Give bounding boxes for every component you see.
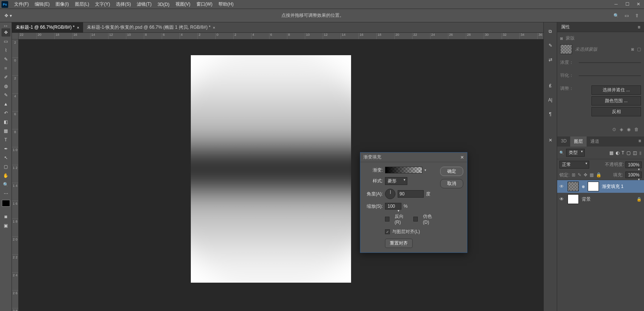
mask-thumbnail[interactable]	[560, 44, 572, 54]
move-tool-indicator[interactable]: ✥ ▾	[4, 12, 13, 20]
document-tab-2[interactable]: 未标题-1-恢复的-恢复的.psd @ 66.7% (椭圆 1 拷贝, RGB/…	[83, 22, 219, 32]
healing-tool[interactable]: ◍	[1, 82, 10, 90]
menu-image[interactable]: 图像(I)	[53, 1, 72, 7]
ok-button[interactable]: 确定	[440, 167, 463, 176]
color-swatch[interactable]	[2, 200, 10, 207]
menu-select[interactable]: 选择(S)	[113, 1, 134, 7]
character-panel-icon[interactable]: ₤	[547, 82, 554, 89]
menu-filter[interactable]: 滤镜(T)	[134, 1, 154, 7]
menu-view[interactable]: 视图(V)	[173, 1, 193, 7]
history-brush-tool[interactable]: ↶	[1, 109, 10, 117]
menu-window[interactable]: 窗口(W)	[193, 1, 215, 7]
zoom-tool[interactable]: 🔍	[1, 180, 10, 189]
ruler-horizontal[interactable]: 2220181614121086420246810121416182022242…	[19, 33, 543, 40]
shape-tool[interactable]: ▢	[1, 163, 10, 171]
lock-move-icon[interactable]: ✥	[584, 172, 587, 178]
filter-type-icon[interactable]: T	[622, 150, 624, 156]
dialog-titlebar[interactable]: 渐变填充 ✕	[360, 153, 467, 162]
tab-channels[interactable]: 通道	[587, 136, 603, 147]
lasso-tool[interactable]: ⌇	[1, 46, 10, 54]
history-panel-icon[interactable]: ⧉	[547, 28, 554, 35]
lock-position-icon[interactable]: ✎	[578, 172, 581, 178]
reset-align-button[interactable]: 重置对齐	[385, 239, 413, 248]
filter-type-dropdown[interactable]: 类型	[566, 149, 585, 157]
share-icon[interactable]: ⇪	[634, 12, 640, 19]
panel-menu-icon[interactable]: ≡	[635, 136, 644, 147]
filter-shape-icon[interactable]: ▢	[626, 150, 631, 156]
move-tool[interactable]: ✥	[1, 28, 10, 37]
reverse-checkbox[interactable]	[385, 217, 389, 222]
lock-all-icon[interactable]: 🔒	[596, 172, 602, 178]
delete-mask-icon[interactable]: 🗑	[634, 127, 639, 132]
dropdown-icon[interactable]: ▾	[424, 168, 426, 172]
pixel-mask-icon[interactable]: ◙	[631, 47, 634, 52]
layer-name[interactable]: 渐变填充 1	[602, 183, 624, 190]
layer-thumbnail[interactable]	[568, 182, 579, 191]
tab-layers[interactable]: 图层	[570, 136, 587, 147]
properties-panel-tab[interactable]: 属性 ≡	[557, 22, 644, 32]
apply-mask-icon[interactable]: ◈	[620, 127, 623, 132]
quick-mask-icon[interactable]: ◙	[1, 213, 10, 221]
mask-link-icon[interactable]: ⊗	[582, 185, 585, 189]
invert-button[interactable]: 反相	[591, 107, 641, 116]
style-dropdown[interactable]: 菱形	[385, 177, 407, 185]
paragraph-panel-icon[interactable]: ¶	[547, 110, 554, 118]
angle-dial[interactable]	[385, 189, 395, 199]
tab-close-icon[interactable]: ×	[77, 25, 79, 30]
menu-help[interactable]: 帮助(H)	[215, 1, 237, 7]
quick-select-tool[interactable]: ✎	[1, 55, 10, 63]
mask-thumbnail[interactable]	[588, 182, 599, 191]
brush-tool[interactable]: ✎	[1, 91, 10, 99]
align-checkbox[interactable]: ✓	[385, 229, 390, 234]
ruler-vertical[interactable]: 2024681 01 21 41 61 82 02 22 42 62 83 03…	[12, 40, 19, 311]
visibility-icon[interactable]: 👁	[559, 197, 565, 202]
scale-input[interactable]: 100	[385, 203, 401, 210]
eraser-tool[interactable]: ◧	[1, 118, 10, 126]
dither-checkbox[interactable]	[413, 217, 418, 222]
layer-thumbnail[interactable]	[568, 194, 579, 204]
layer-name[interactable]: 背景	[582, 196, 591, 202]
toggle-mask-icon[interactable]: ◉	[627, 127, 631, 132]
filter-smart-icon[interactable]: ◫	[633, 150, 637, 156]
brush-panel-icon[interactable]: ✎	[547, 42, 554, 49]
gradient-tool[interactable]: ▦	[1, 127, 10, 135]
type-tool[interactable]: T	[1, 136, 10, 144]
fill-value[interactable]: 100%	[625, 172, 642, 178]
opacity-value[interactable]: 100%	[625, 161, 642, 168]
filter-pixel-icon[interactable]: ▦	[609, 150, 613, 156]
layer-background[interactable]: 👁 背景 🔒	[557, 193, 644, 205]
lock-pixels-icon[interactable]: ⊞	[572, 172, 575, 178]
lock-artboard-icon[interactable]: ▦	[590, 172, 594, 178]
glyphs-panel-icon[interactable]: A|	[547, 96, 554, 104]
angle-input[interactable]	[398, 190, 424, 198]
canvas[interactable]	[191, 55, 351, 283]
vector-mask-icon[interactable]: ▢	[637, 47, 641, 52]
maximize-button[interactable]: ☐	[623, 1, 631, 7]
menu-type[interactable]: 文字(Y)	[92, 1, 113, 7]
menu-file[interactable]: 文件(F)	[11, 1, 32, 7]
close-button[interactable]: ✕	[634, 1, 643, 7]
filter-toggle-icon[interactable]: ▮	[639, 150, 642, 156]
brush-settings-icon[interactable]: ⇄	[547, 56, 554, 63]
cancel-button[interactable]: 取消	[440, 179, 463, 188]
marquee-tool[interactable]: ▭	[1, 37, 10, 45]
edit-toolbar[interactable]: ⋯	[1, 189, 10, 198]
eyedropper-tool[interactable]: ✐	[1, 73, 10, 81]
menu-edit[interactable]: 编辑(E)	[32, 1, 53, 7]
workspace-icon[interactable]: ▭	[623, 12, 630, 19]
visibility-icon[interactable]: 👁	[559, 184, 565, 189]
path-select-tool[interactable]: ↖	[1, 154, 10, 162]
tab-close-icon[interactable]: ×	[213, 25, 215, 30]
pen-tool[interactable]: ✒	[1, 145, 10, 153]
minimize-button[interactable]: ─	[612, 1, 620, 7]
blend-mode-dropdown[interactable]: 正常	[559, 161, 589, 169]
screen-mode-icon[interactable]: ▣	[1, 222, 10, 230]
layer-gradient-fill-1[interactable]: 👁 ⊗ 渐变填充 1	[557, 180, 644, 193]
search-icon[interactable]: 🔍	[613, 12, 619, 19]
color-range-button[interactable]: 颜色范围 ...	[591, 96, 641, 106]
load-selection-icon[interactable]: ⊙	[612, 127, 616, 132]
tool-presets-icon[interactable]: ✕	[547, 136, 554, 144]
document-tab-1[interactable]: 未标题-1 @ 66.7%(RGB/8#) * ×	[12, 22, 83, 32]
stamp-tool[interactable]: ▲	[1, 100, 10, 108]
filter-adjust-icon[interactable]: ◐	[616, 150, 619, 156]
